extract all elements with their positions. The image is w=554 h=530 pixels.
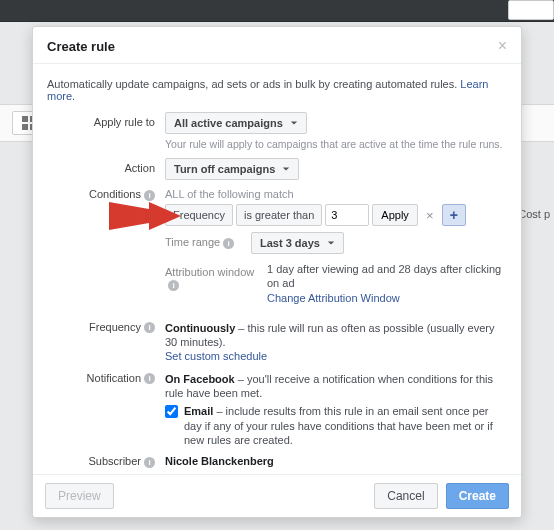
condition-apply-button[interactable]: Apply (372, 204, 418, 226)
caret-down-icon (327, 239, 335, 247)
caret-down-icon (290, 119, 298, 127)
modal-header: Create rule × (33, 27, 521, 64)
modal-body: Automatically update campaigns, ad sets … (33, 64, 521, 474)
all-match-text: ALL of the following match (165, 188, 507, 200)
info-icon[interactable]: i (223, 238, 234, 249)
svg-rect-0 (22, 116, 28, 122)
condition-metric-select[interactable]: Frequency (165, 204, 233, 226)
close-icon[interactable]: × (498, 37, 507, 55)
condition-operator-select[interactable]: is greater than (236, 204, 322, 226)
subscriber-label: Subscriberi (47, 455, 165, 468)
set-custom-schedule-link[interactable]: Set custom schedule (165, 350, 267, 362)
intro-text: Automatically update campaigns, ad sets … (47, 78, 507, 102)
svg-rect-2 (22, 124, 28, 130)
apply-rule-select[interactable]: All active campaigns (165, 112, 307, 134)
caret-down-icon (282, 165, 290, 173)
bg-cost-column: Cost p (518, 208, 550, 220)
info-icon[interactable]: i (144, 322, 155, 333)
frequency-strong: Continuously (165, 322, 235, 334)
intro-sentence: Automatically update campaigns, ad sets … (47, 78, 460, 90)
email-checkbox[interactable] (165, 405, 178, 418)
info-icon[interactable]: i (144, 190, 155, 201)
action-value: Turn off campaigns (174, 163, 275, 175)
notification-email-strong: Email (184, 405, 213, 417)
attribution-text: 1 day after viewing ad and 28 days after… (267, 263, 501, 289)
time-range-select[interactable]: Last 3 days (251, 232, 344, 254)
preview-button[interactable]: Preview (45, 483, 114, 509)
modal-footer: Preview Cancel Create (33, 474, 521, 517)
change-attribution-link[interactable]: Change Attribution Window (267, 292, 400, 304)
cancel-button[interactable]: Cancel (374, 483, 437, 509)
modal-title: Create rule (47, 39, 115, 54)
condition-remove-icon[interactable]: × (421, 204, 439, 226)
notification-label: Notificationi (47, 372, 165, 385)
condition-row: Frequency is greater than Apply × + (165, 204, 507, 226)
action-select[interactable]: Turn off campaigns (165, 158, 299, 180)
condition-value-input[interactable] (325, 204, 369, 226)
info-icon[interactable]: i (144, 457, 155, 468)
apply-rule-label: Apply rule to (47, 112, 165, 128)
apply-rule-value: All active campaigns (174, 117, 283, 129)
attribution-label: Attribution windowi (165, 262, 267, 291)
info-icon[interactable]: i (168, 280, 179, 291)
frequency-label: Frequencyi (47, 321, 165, 334)
apply-rule-hint: Your rule will apply to campaigns that a… (165, 138, 507, 150)
conditions-box: ALL of the following match Frequency is … (165, 188, 507, 226)
create-button[interactable]: Create (446, 483, 509, 509)
notification-fb-strong: On Facebook (165, 373, 235, 385)
time-range-value: Last 3 days (260, 237, 320, 249)
page-background: A Cost p Create rule × Automatically upd… (0, 0, 554, 530)
action-label: Action (47, 158, 165, 174)
conditions-label: Conditionsi (47, 188, 165, 201)
time-range-label: Time rangei (165, 232, 251, 249)
subscriber-value: Nicole Blanckenberg (165, 455, 274, 467)
bg-search-box[interactable] (508, 0, 554, 20)
add-condition-button[interactable]: + (442, 204, 466, 226)
info-icon[interactable]: i (144, 373, 155, 384)
app-top-bar (0, 0, 554, 22)
create-rule-modal: Create rule × Automatically update campa… (32, 26, 522, 518)
notification-email-text: – include results from this rule in an e… (184, 405, 493, 446)
